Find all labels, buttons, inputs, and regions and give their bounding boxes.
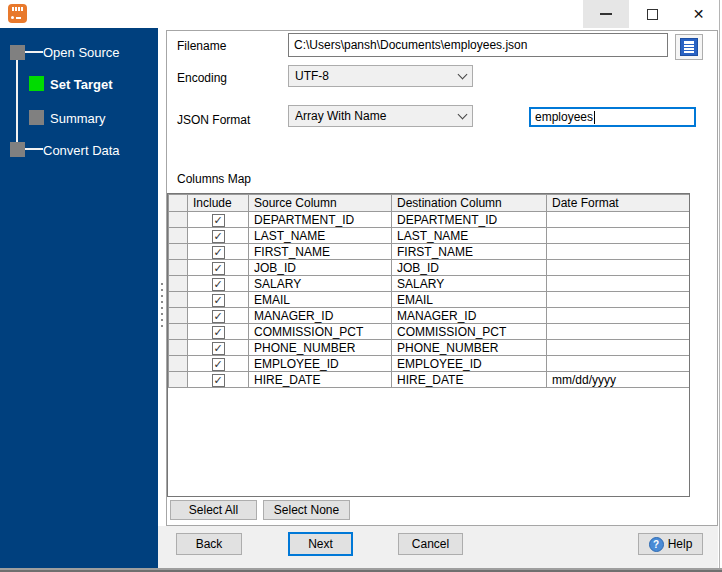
title-bar: ✕ xyxy=(0,0,722,28)
date-format-cell[interactable] xyxy=(547,308,690,324)
select-all-button[interactable]: Select All xyxy=(170,500,257,520)
step-label: Set Target xyxy=(50,77,113,92)
row-selector-cell[interactable] xyxy=(169,308,188,324)
destination-column-cell[interactable]: HIRE_DATE xyxy=(392,372,547,388)
source-column-cell[interactable]: COMMISSION_PCT xyxy=(249,324,392,340)
row-selector-cell[interactable] xyxy=(169,276,188,292)
date-format-cell[interactable] xyxy=(547,340,690,356)
date-format-cell[interactable] xyxy=(547,212,690,228)
row-selector-cell[interactable] xyxy=(169,372,188,388)
sidebar-splitter[interactable] xyxy=(158,28,166,568)
source-column-cell[interactable]: EMPLOYEE_ID xyxy=(249,356,392,372)
date-format-cell[interactable]: mm/dd/yyyy xyxy=(547,372,690,388)
close-button[interactable]: ✕ xyxy=(675,0,722,28)
date-format-cell[interactable] xyxy=(547,244,690,260)
destination-column-cell[interactable]: MANAGER_ID xyxy=(392,308,547,324)
step-marker-icon xyxy=(29,110,44,125)
document-icon xyxy=(684,41,694,53)
source-column-cell[interactable]: PHONE_NUMBER xyxy=(249,340,392,356)
destination-column-cell[interactable]: DEPARTMENT_ID xyxy=(392,212,547,228)
include-checkbox[interactable]: ✓ xyxy=(212,246,225,259)
destination-column-cell[interactable]: EMAIL xyxy=(392,292,547,308)
cancel-button[interactable]: Cancel xyxy=(398,533,463,555)
date-format-cell[interactable] xyxy=(547,356,690,372)
json-format-select[interactable]: Array With Name xyxy=(288,105,473,127)
source-column-cell[interactable]: EMAIL xyxy=(249,292,392,308)
wizard-sidebar: Open Source Set Target Summary Convert D… xyxy=(0,28,158,568)
table-row: ✓DEPARTMENT_IDDEPARTMENT_ID xyxy=(169,212,690,228)
source-column-cell[interactable]: DEPARTMENT_ID xyxy=(249,212,392,228)
table-row: ✓LAST_NAMELAST_NAME xyxy=(169,228,690,244)
row-selector-cell[interactable] xyxy=(169,212,188,228)
help-button[interactable]: ? Help xyxy=(638,533,703,555)
row-selector-cell[interactable] xyxy=(169,260,188,276)
destination-column-cell[interactable]: EMPLOYEE_ID xyxy=(392,356,547,372)
table-row: ✓EMPLOYEE_IDEMPLOYEE_ID xyxy=(169,356,690,372)
maximize-button[interactable] xyxy=(629,0,675,28)
next-button[interactable]: Next xyxy=(288,532,353,556)
row-selector-cell[interactable] xyxy=(169,340,188,356)
source-column-header[interactable]: Source Column xyxy=(249,195,392,212)
source-column-cell[interactable]: FIRST_NAME xyxy=(249,244,392,260)
table-row: ✓COMMISSION_PCTCOMMISSION_PCT xyxy=(169,324,690,340)
destination-column-cell[interactable]: SALARY xyxy=(392,276,547,292)
date-format-cell[interactable] xyxy=(547,292,690,308)
source-column-cell[interactable]: MANAGER_ID xyxy=(249,308,392,324)
destination-column-cell[interactable]: FIRST_NAME xyxy=(392,244,547,260)
row-selector-cell[interactable] xyxy=(169,292,188,308)
destination-column-cell[interactable]: JOB_ID xyxy=(392,260,547,276)
include-checkbox[interactable]: ✓ xyxy=(212,310,225,323)
minimize-button[interactable] xyxy=(583,0,629,28)
window-right-border xyxy=(719,0,720,568)
encoding-select[interactable]: UTF-8 xyxy=(288,65,473,87)
splitter-grip-icon xyxy=(161,325,163,327)
date-format-cell[interactable] xyxy=(547,324,690,340)
date-format-cell[interactable] xyxy=(547,260,690,276)
step-label: Convert Data xyxy=(43,143,120,158)
destination-column-cell[interactable]: PHONE_NUMBER xyxy=(392,340,547,356)
select-none-button[interactable]: Select None xyxy=(263,500,350,520)
include-checkbox[interactable]: ✓ xyxy=(212,358,225,371)
chevron-down-icon xyxy=(458,69,468,79)
browse-file-button[interactable] xyxy=(675,34,703,60)
back-button[interactable]: Back xyxy=(176,533,242,555)
maximize-icon xyxy=(647,9,658,20)
file-browse-icon xyxy=(680,38,698,56)
columns-map-body: ✓DEPARTMENT_IDDEPARTMENT_ID✓LAST_NAMELAS… xyxy=(169,212,690,388)
include-cell: ✓ xyxy=(188,324,249,340)
include-checkbox[interactable]: ✓ xyxy=(212,374,225,387)
include-checkbox[interactable]: ✓ xyxy=(212,326,225,339)
splitter-grip-icon xyxy=(161,289,163,291)
date-format-cell[interactable] xyxy=(547,276,690,292)
wizard-connector-line xyxy=(16,60,18,142)
table-row: ✓MANAGER_IDMANAGER_ID xyxy=(169,308,690,324)
include-checkbox[interactable]: ✓ xyxy=(212,278,225,291)
include-checkbox[interactable]: ✓ xyxy=(212,342,225,355)
splitter-grip-icon xyxy=(161,295,163,297)
row-selector-cell[interactable] xyxy=(169,244,188,260)
array-name-input[interactable]: employees xyxy=(529,107,696,127)
include-checkbox[interactable]: ✓ xyxy=(212,230,225,243)
row-selector-cell[interactable] xyxy=(169,324,188,340)
source-column-cell[interactable]: JOB_ID xyxy=(249,260,392,276)
destination-column-cell[interactable]: LAST_NAME xyxy=(392,228,547,244)
table-row: ✓SALARYSALARY xyxy=(169,276,690,292)
include-checkbox[interactable]: ✓ xyxy=(212,214,225,227)
source-column-cell[interactable]: SALARY xyxy=(249,276,392,292)
source-column-cell[interactable]: LAST_NAME xyxy=(249,228,392,244)
json-format-selected-value: Array With Name xyxy=(295,109,459,123)
destination-column-header[interactable]: Destination Column xyxy=(392,195,547,212)
date-format-column-header[interactable]: Date Format xyxy=(547,195,690,212)
row-selector-cell[interactable] xyxy=(169,228,188,244)
include-cell: ✓ xyxy=(188,372,249,388)
include-checkbox[interactable]: ✓ xyxy=(212,294,225,307)
date-format-cell[interactable] xyxy=(547,228,690,244)
include-checkbox[interactable]: ✓ xyxy=(212,262,225,275)
table-row: ✓EMAILEMAIL xyxy=(169,292,690,308)
destination-column-cell[interactable]: COMMISSION_PCT xyxy=(392,324,547,340)
set-target-panel: Filename Encoding UTF-8 JSON Format Arra… xyxy=(166,30,718,526)
filename-input[interactable] xyxy=(288,33,668,57)
include-column-header[interactable]: Include xyxy=(188,195,249,212)
row-selector-cell[interactable] xyxy=(169,356,188,372)
source-column-cell[interactable]: HIRE_DATE xyxy=(249,372,392,388)
